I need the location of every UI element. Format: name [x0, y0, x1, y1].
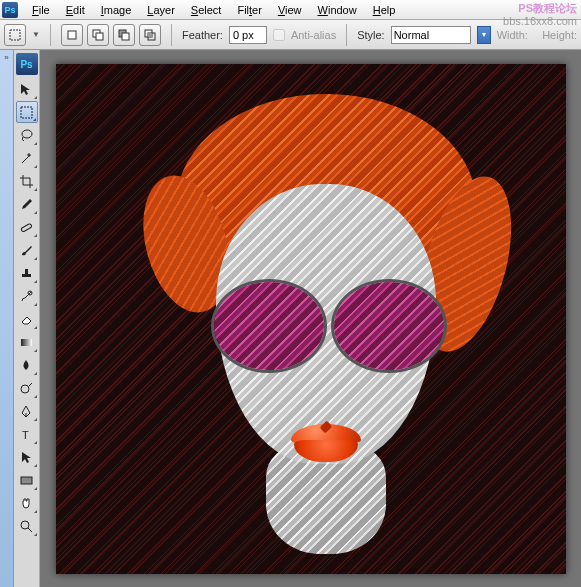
marquee-icon: [8, 28, 22, 42]
antialias-checkbox: [273, 29, 285, 41]
artwork-glasses-right: [334, 282, 444, 370]
ps-logo-icon: Ps: [16, 53, 38, 75]
wand-icon: [19, 151, 34, 166]
svg-rect-3: [96, 33, 103, 40]
move-tool[interactable]: [16, 78, 38, 100]
stamp-tool[interactable]: [16, 262, 38, 284]
style-dropdown-button[interactable]: ▾: [477, 26, 491, 44]
svg-rect-1: [68, 31, 76, 39]
history-brush-tool[interactable]: [16, 285, 38, 307]
svg-point-14: [21, 385, 29, 393]
artwork-lips: [291, 424, 361, 462]
selection-add-button[interactable]: [87, 24, 109, 46]
style-label: Style:: [357, 29, 385, 41]
marquee-tool[interactable]: [16, 101, 38, 123]
selection-mode-group: [61, 24, 161, 46]
antialias-label: Anti-alias: [291, 29, 336, 41]
type-tool[interactable]: T: [16, 423, 38, 445]
menu-file[interactable]: File: [24, 2, 58, 18]
rect-icon: [19, 473, 34, 488]
squares-sub-icon: [117, 28, 131, 42]
tool-strip[interactable]: »: [0, 50, 14, 587]
zoom-icon: [19, 519, 34, 534]
lasso-icon: [19, 128, 34, 143]
menu-edit[interactable]: Edit: [58, 2, 93, 18]
menu-image[interactable]: Image: [93, 2, 140, 18]
healing-tool[interactable]: [16, 216, 38, 238]
eraser-tool[interactable]: [16, 308, 38, 330]
arrow-icon: [19, 450, 34, 465]
crop-tool[interactable]: [16, 170, 38, 192]
chevron-down-icon: ▼: [32, 30, 40, 39]
feather-input[interactable]: [229, 26, 267, 44]
menu-layer[interactable]: Layer: [139, 2, 183, 18]
feather-label: Feather:: [182, 29, 223, 41]
menu-window[interactable]: Window: [310, 2, 365, 18]
eyedropper-tool[interactable]: [16, 193, 38, 215]
watermark-line2: bbs.16xx8.com: [503, 15, 577, 28]
eraser-icon: [19, 312, 34, 327]
watermark-line1: PS教程论坛: [503, 2, 577, 15]
brush-tool[interactable]: [16, 239, 38, 261]
square-icon: [65, 28, 79, 42]
current-tool-preset[interactable]: [4, 24, 26, 46]
options-bar: ▼ Feather: Anti-alias Style: ▾ Width: He…: [0, 20, 581, 50]
squares-add-icon: [91, 28, 105, 42]
document-canvas[interactable]: [56, 64, 566, 574]
hand-icon: [19, 496, 34, 511]
svg-rect-8: [148, 33, 152, 37]
stamp-icon: [19, 266, 34, 281]
svg-text:T: T: [22, 429, 29, 441]
menu-filter[interactable]: Filter: [229, 2, 269, 18]
svg-point-10: [22, 130, 32, 138]
gradient-tool[interactable]: [16, 331, 38, 353]
wand-tool[interactable]: [16, 147, 38, 169]
svg-rect-0: [10, 30, 20, 40]
type-icon: T: [19, 427, 34, 442]
eyedropper-icon: [19, 197, 34, 212]
artwork-glasses-left: [214, 282, 324, 370]
path-select-tool[interactable]: [16, 446, 38, 468]
selection-subtract-button[interactable]: [113, 24, 135, 46]
zoom-tool[interactable]: [16, 515, 38, 537]
svg-point-17: [21, 521, 29, 529]
dodge-tool[interactable]: [16, 377, 38, 399]
hand-tool[interactable]: [16, 492, 38, 514]
style-select[interactable]: [391, 26, 471, 44]
svg-rect-16: [21, 477, 32, 484]
rectangle-tool[interactable]: [16, 469, 38, 491]
width-label: Width:: [497, 29, 528, 41]
svg-rect-13: [21, 339, 32, 346]
watermark: PS教程论坛 bbs.16xx8.com: [503, 2, 577, 28]
canvas-wrap: [40, 50, 581, 587]
dodge-icon: [19, 381, 34, 396]
brush-icon: [19, 243, 34, 258]
menu-help[interactable]: Help: [365, 2, 404, 18]
menu-view[interactable]: View: [270, 2, 310, 18]
selection-intersect-button[interactable]: [139, 24, 161, 46]
main-area: » Ps T: [0, 50, 581, 587]
crop-icon: [19, 174, 34, 189]
gradient-icon: [19, 335, 34, 350]
history-brush-icon: [19, 289, 34, 304]
move-icon: [19, 82, 34, 97]
lasso-tool[interactable]: [16, 124, 38, 146]
collapse-arrows-icon: »: [4, 53, 8, 62]
menu-bar: Ps File Edit Image Layer Select Filter V…: [0, 0, 581, 20]
menu-select[interactable]: Select: [183, 2, 230, 18]
squares-int-icon: [143, 28, 157, 42]
blur-tool[interactable]: [16, 354, 38, 376]
drop-icon: [19, 358, 34, 373]
app-icon: Ps: [2, 2, 18, 18]
svg-rect-5: [122, 33, 129, 40]
selection-new-button[interactable]: [61, 24, 83, 46]
height-label: Height:: [542, 29, 577, 41]
toolbox: Ps T: [14, 50, 40, 587]
bandage-icon: [19, 220, 34, 235]
pen-tool[interactable]: [16, 400, 38, 422]
svg-rect-11: [21, 223, 33, 232]
svg-rect-9: [21, 107, 32, 118]
pen-icon: [19, 404, 34, 419]
